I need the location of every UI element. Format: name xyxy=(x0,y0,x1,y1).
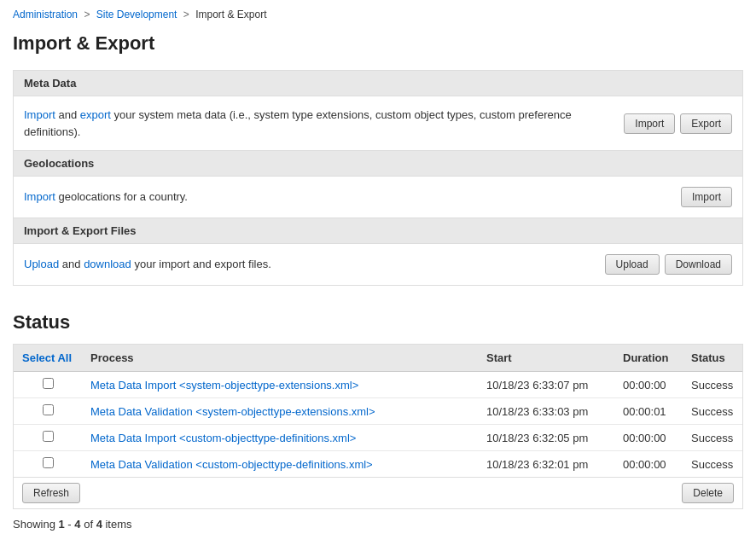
row-process: Meta Data Validation <system-objecttype-… xyxy=(82,398,478,425)
table-header-row: Select All Process Start Duration Status xyxy=(14,345,742,372)
delete-button[interactable]: Delete xyxy=(682,483,734,503)
page-title: Import & Export xyxy=(13,32,743,55)
col-header-duration: Duration xyxy=(614,345,683,372)
col-header-process: Process xyxy=(82,345,478,372)
row-checkbox-3[interactable] xyxy=(43,457,54,468)
import-export-files-header: Import & Export Files xyxy=(14,218,742,244)
meta-data-export-button[interactable]: Export xyxy=(680,113,732,134)
showing-total: 4 xyxy=(96,518,102,531)
row-start: 10/18/23 6:32:05 pm xyxy=(478,425,614,451)
geolocations-header: Geolocations xyxy=(14,151,742,177)
select-all-button[interactable]: Select All xyxy=(22,351,72,364)
showing-of: of xyxy=(84,518,96,531)
geolocations-description: Import geolocations for a country. xyxy=(24,189,664,206)
breadcrumb-current: Import & Export xyxy=(195,9,266,20)
geolocations-desc-text: geolocations for a country. xyxy=(58,190,188,203)
meta-data-description: Import and export your system meta data … xyxy=(24,107,607,140)
row-status: Success xyxy=(683,425,742,451)
breadcrumb-site-dev-link[interactable]: Site Development xyxy=(96,9,177,20)
meta-data-section: Meta Data Import and export your system … xyxy=(13,70,743,151)
showing-text: Showing 1 - 4 of 4 items xyxy=(13,518,743,531)
files-download-link[interactable]: download xyxy=(84,258,131,270)
breadcrumb-sep-1: > xyxy=(84,9,92,20)
row-checkbox-cell xyxy=(14,398,82,425)
col-header-select: Select All xyxy=(14,345,82,372)
row-process-link[interactable]: Meta Data Import <system-objecttype-exte… xyxy=(90,379,358,392)
row-duration: 00:00:00 xyxy=(614,372,683,398)
row-status: Success xyxy=(683,372,742,398)
meta-data-export-link[interactable]: export xyxy=(80,108,111,121)
row-process: Meta Data Import <custom-objecttype-defi… xyxy=(82,425,478,451)
files-upload-button[interactable]: Upload xyxy=(605,254,660,275)
row-process-link[interactable]: Meta Data Validation <custom-objecttype-… xyxy=(90,458,373,471)
refresh-button[interactable]: Refresh xyxy=(22,483,80,503)
files-buttons: Upload Download xyxy=(605,254,732,275)
showing-items: items xyxy=(105,518,131,531)
meta-data-import-button[interactable]: Import xyxy=(624,113,675,134)
row-start: 10/18/23 6:32:01 pm xyxy=(478,451,614,478)
table-footer: Refresh Delete xyxy=(14,477,742,508)
row-process-link[interactable]: Meta Data Validation <system-objecttype-… xyxy=(90,405,375,418)
import-export-files-description: Upload and download your import and expo… xyxy=(24,256,588,273)
row-process: Meta Data Validation <custom-objecttype-… xyxy=(82,451,478,478)
row-start: 10/18/23 6:33:07 pm xyxy=(478,372,614,398)
table-row: Meta Data Validation <system-objecttype-… xyxy=(14,398,742,425)
status-title: Status xyxy=(13,311,743,334)
row-checkbox-cell xyxy=(14,451,82,478)
row-duration: 00:00:00 xyxy=(614,425,683,451)
meta-data-header: Meta Data xyxy=(14,71,742,96)
col-header-status: Status xyxy=(683,345,742,372)
files-desc-text1: and xyxy=(62,258,84,270)
table-row: Meta Data Import <custom-objecttype-defi… xyxy=(14,425,742,451)
row-process-link[interactable]: Meta Data Import <custom-objecttype-defi… xyxy=(90,432,356,444)
row-process: Meta Data Import <system-objecttype-exte… xyxy=(82,372,478,398)
row-duration: 00:00:01 xyxy=(614,398,683,425)
breadcrumb-sep-2: > xyxy=(183,9,192,20)
row-checkbox-1[interactable] xyxy=(43,404,54,415)
showing-range-end: 4 xyxy=(74,518,80,531)
row-checkbox-cell xyxy=(14,425,82,451)
geolocations-body: Import geolocations for a country. Impor… xyxy=(14,177,742,218)
row-checkbox-cell xyxy=(14,372,82,398)
files-upload-link[interactable]: Upload xyxy=(24,258,59,270)
geolocations-import-button[interactable]: Import xyxy=(681,187,732,207)
table-row: Meta Data Import <system-objecttype-exte… xyxy=(14,372,742,398)
status-table-wrapper: Select All Process Start Duration Status… xyxy=(13,344,743,509)
geolocations-import-link[interactable]: Import xyxy=(24,190,55,203)
files-desc-text2: your import and export files. xyxy=(134,258,270,270)
table-row: Meta Data Validation <custom-objecttype-… xyxy=(14,451,742,478)
meta-data-desc-text1: and xyxy=(58,108,79,121)
col-header-start: Start xyxy=(478,345,614,372)
geolocations-section: Geolocations Import geolocations for a c… xyxy=(13,151,743,218)
row-status: Success xyxy=(683,451,742,478)
breadcrumb-admin-link[interactable]: Administration xyxy=(13,9,78,20)
meta-data-body: Import and export your system meta data … xyxy=(14,96,742,150)
meta-data-import-link[interactable]: Import xyxy=(24,108,55,121)
files-download-button[interactable]: Download xyxy=(665,254,732,275)
row-checkbox-0[interactable] xyxy=(43,378,54,389)
row-duration: 00:00:00 xyxy=(614,451,683,478)
row-start: 10/18/23 6:33:03 pm xyxy=(478,398,614,425)
import-export-files-section: Import & Export Files Upload and downloa… xyxy=(13,218,743,286)
row-checkbox-2[interactable] xyxy=(43,431,54,442)
meta-data-buttons: Import Export xyxy=(624,113,732,134)
breadcrumb: Administration > Site Development > Impo… xyxy=(13,9,743,20)
row-status: Success xyxy=(683,398,742,425)
sections-container: Meta Data Import and export your system … xyxy=(13,70,743,286)
status-table: Select All Process Start Duration Status… xyxy=(14,345,742,477)
geolocations-buttons: Import xyxy=(681,187,732,207)
showing-range-start: 1 xyxy=(58,518,64,531)
import-export-files-body: Upload and download your import and expo… xyxy=(14,244,742,285)
